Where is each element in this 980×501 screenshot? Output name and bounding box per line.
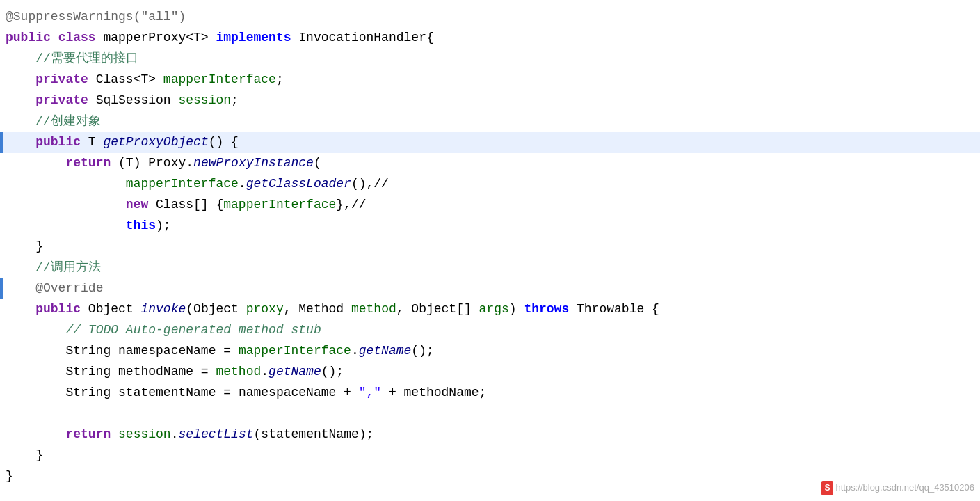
line-content: mapperInterface.getClassLoader(),// [0,174,389,194]
code-line: //创建对象 [0,111,980,132]
line-content: new Class[] {mapperInterface},// [0,195,367,215]
token-plain: . [351,344,359,358]
token-plain: Object [88,302,141,316]
token-plain [6,260,35,274]
token-plain: Class<T> [96,72,163,86]
line-indicator [0,132,3,153]
token-kw: public [35,135,88,149]
token-plain: } [6,239,43,253]
token-plain: () { [209,135,239,149]
token-method: getName [359,344,412,358]
token-plain: String [6,385,118,399]
token-interface-name: session [118,427,171,441]
token-interface-name: proxy [246,302,284,316]
code-line: //调用方法 [0,257,980,278]
token-plain: , Object[] [396,302,479,316]
code-line: } [0,237,980,257]
code-line [0,404,980,424]
watermark-url: https://blog.csdn.net/qq_43510206 [836,482,975,493]
token-interface-name: mapperInterface [163,72,276,86]
token-plain: (Object [186,302,246,316]
token-interface-name: method [351,302,396,316]
token-plain: InvocationHandler{ [298,31,433,45]
line-content: private SqlSession session; [0,90,239,111]
token-plain: . [261,365,268,379]
code-line: String methodName = method.getName(); [0,362,980,383]
token-kw: new [126,198,156,212]
line-content: @SuppressWarnings("all") [0,7,186,27]
line-content: // TODO Auto-generated method stub [0,320,321,340]
line-content: public Object invoke(Object proxy, Metho… [0,299,659,319]
code-line: } [0,445,980,466]
line-content: //调用方法 [0,257,101,278]
token-interface-name: args [479,302,509,316]
token-var-name: statementName [118,385,216,399]
line-content: private Class<T> mapperInterface; [0,70,284,90]
code-line: new Class[] {mapperInterface},// [0,195,980,216]
token-plain [6,72,35,86]
token-plain: + [336,385,358,399]
token-string: "," [359,385,381,399]
line-content: String methodName = method.getName(); [0,362,344,382]
line-content: public T getProxyObject() { [0,132,239,152]
line-content: @Override [0,278,103,299]
token-plain [6,281,35,295]
token-comment: //需要代理的接口 [35,51,138,65]
token-var-name: methodName [404,385,479,399]
token-plain: ; [276,72,284,86]
token-kw-blue: throws [524,302,577,316]
token-var-name: methodName [118,365,193,379]
line-content: return (T) Proxy.newProxyInstance( [0,153,321,173]
token-plain [6,93,35,107]
token-plain: + [381,385,403,399]
code-line: mapperInterface.getClassLoader(),// [0,174,980,195]
token-kw: private [35,72,95,86]
token-plain: },// [336,198,366,212]
token-kw: public [6,31,58,45]
token-kw: private [35,93,95,107]
token-plain: ; [231,93,239,107]
line-content: return session.selectList(statementName)… [0,424,373,445]
token-kw: class [58,31,104,45]
line-content [0,404,13,424]
line-content: this); [0,216,171,236]
token-plain: ( [314,156,321,170]
line-content: } [0,237,43,257]
token-comment: //创建对象 [35,114,101,128]
token-plain: (); [321,365,344,379]
token-method: newProxyInstance [193,156,314,170]
line-content: public class mapperProxy<T> implements I… [0,28,434,48]
token-method: getProxyObject [103,135,208,149]
code-line: @SuppressWarnings("all") [0,7,980,28]
code-line: public class mapperProxy<T> implements I… [0,28,980,49]
token-var-name: namespaceName [118,344,216,358]
token-plain [6,135,35,149]
code-line: return (T) Proxy.newProxyInstance( [0,153,980,174]
token-kw: return [65,156,118,170]
token-var-name: statementName [261,427,358,441]
token-comment-todo: // TODO Auto-generated method stub [65,323,321,337]
token-plain: = [193,365,216,379]
token-plain [6,51,35,65]
token-plain: mapperProxy<T> [103,31,216,45]
token-comment: //调用方法 [35,260,101,274]
line-indicator [0,278,3,299]
token-interface-name: mapperInterface [126,177,239,191]
token-kw: return [65,427,118,441]
token-method: invoke [140,302,186,316]
token-plain: (),// [351,177,389,191]
token-interface-name: method [216,365,261,379]
token-plain: ( [254,427,262,441]
token-annotation: @Override [35,281,103,295]
token-kw-blue: implements [216,31,298,45]
watermark: Shttps://blog.csdn.net/qq_43510206 [821,481,974,495]
token-plain [6,156,65,170]
code-line: private SqlSession session; [0,90,980,111]
code-line: String statementName = namespaceName + "… [0,383,980,404]
token-plain [6,302,35,316]
token-plain: . [171,427,179,441]
token-plain: ) [509,302,524,316]
line-content: //需要代理的接口 [0,49,138,69]
token-plain [6,427,65,441]
watermark-logo: S [821,481,833,495]
